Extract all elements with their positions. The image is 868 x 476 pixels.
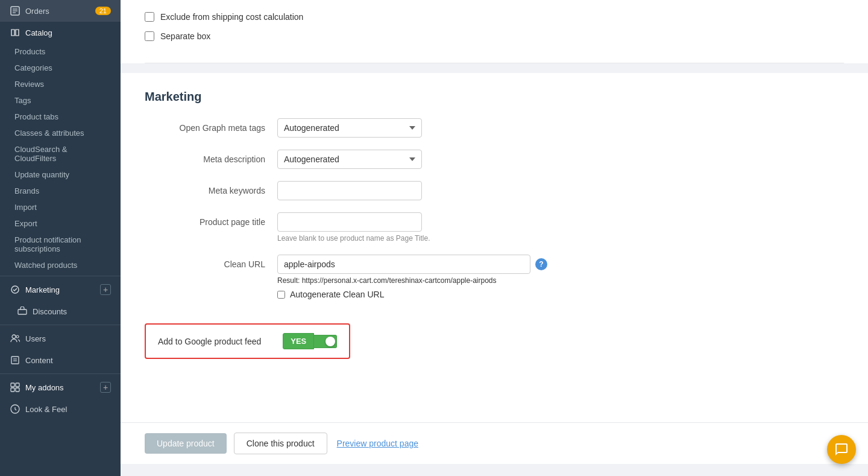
- sidebar-item-content[interactable]: Content: [0, 349, 121, 371]
- sidebar: Orders 21 Catalog Products Categories Re…: [0, 0, 121, 476]
- bottom-toolbar: Update product Clone this product Previe…: [121, 422, 868, 464]
- marketing-label: Marketing: [25, 285, 60, 294]
- clone-product-button[interactable]: Clone this product: [234, 433, 327, 454]
- autogen-clean-url-row: Autogenerate Clean URL: [277, 290, 579, 299]
- open-graph-label: Open Graph meta tags: [145, 118, 265, 133]
- sidebar-item-classes-attributes[interactable]: Classes & attributes: [10, 125, 121, 141]
- clean-url-result: Result: https://personal.x-cart.com/tere…: [277, 276, 579, 285]
- autogen-clean-url-label: Autogenerate Clean URL: [290, 290, 384, 299]
- sidebar-item-look-feel[interactable]: Look & Feel: [0, 398, 121, 420]
- clean-url-control: ? Result: https://personal.x-cart.com/te…: [277, 255, 579, 299]
- meta-desc-select[interactable]: Autogenerated Custom: [277, 150, 422, 169]
- svg-rect-13: [11, 388, 14, 392]
- sidebar-item-product-tabs[interactable]: Product tabs: [10, 109, 121, 125]
- exclude-shipping-label: Exclude from shipping cost calculation: [160, 12, 303, 22]
- marketing-title: Marketing: [145, 73, 844, 118]
- separate-box-row: Separate box: [145, 31, 844, 41]
- clean-url-row: Clean URL ? Result: https://personal.x-c…: [145, 255, 844, 299]
- sidebar-item-import[interactable]: Import: [10, 199, 121, 215]
- product-tabs-label: Product tabs: [14, 112, 58, 121]
- meta-keywords-label: Meta keywords: [145, 181, 265, 195]
- catalog-icon: [10, 27, 20, 38]
- sidebar-item-update-quantity[interactable]: Update quantity: [10, 167, 121, 183]
- orders-label: Orders: [25, 7, 49, 16]
- product-notification-label: Product notification subscriptions: [14, 235, 111, 253]
- clean-url-label: Clean URL: [145, 255, 265, 269]
- catalog-submenu: Products Categories Reviews Tags Product…: [0, 43, 121, 273]
- google-feed-slider[interactable]: [314, 335, 337, 348]
- svg-rect-14: [16, 388, 19, 392]
- marketing-icon: [10, 284, 20, 295]
- clean-url-input-row: ?: [277, 255, 579, 274]
- open-graph-row: Open Graph meta tags Autogenerated Custo…: [145, 118, 844, 138]
- autogen-clean-url-checkbox[interactable]: [277, 291, 285, 299]
- separate-box-checkbox[interactable]: [145, 31, 154, 41]
- product-page-title-input[interactable]: [277, 212, 422, 232]
- addons-plus-icon[interactable]: +: [100, 382, 111, 393]
- sidebar-item-discounts[interactable]: Discounts: [0, 300, 121, 322]
- separate-box-label: Separate box: [160, 31, 210, 41]
- sidebar-item-reviews[interactable]: Reviews: [10, 76, 121, 92]
- sidebar-item-orders[interactable]: Orders 21: [0, 0, 121, 22]
- svg-rect-8: [11, 357, 19, 364]
- catalog-label: Catalog: [25, 28, 52, 37]
- meta-desc-label: Meta description: [145, 150, 265, 164]
- clean-url-input[interactable]: [277, 255, 530, 274]
- sidebar-item-export[interactable]: Export: [10, 215, 121, 232]
- users-label: Users: [25, 334, 46, 343]
- look-feel-icon: [10, 404, 20, 414]
- brands-label: Brands: [14, 186, 39, 195]
- toggle-knob: [326, 337, 335, 346]
- meta-keywords-row: Meta keywords: [145, 181, 844, 200]
- product-page-title-label: Product page title: [145, 212, 265, 227]
- chat-icon: [834, 442, 849, 457]
- classes-attributes-label: Classes & attributes: [14, 129, 84, 138]
- sidebar-item-categories[interactable]: Categories: [10, 60, 121, 76]
- sidebar-item-users[interactable]: Users: [0, 328, 121, 349]
- clean-url-result-prefix: Result:: [277, 276, 302, 285]
- tags-label: Tags: [14, 96, 31, 105]
- product-page-title-control: Leave blank to use product name as Page …: [277, 212, 579, 243]
- sidebar-item-product-notification[interactable]: Product notification subscriptions: [10, 232, 121, 257]
- content-area: Exclude from shipping cost calculation S…: [121, 0, 868, 422]
- clean-url-help-icon[interactable]: ?: [535, 258, 547, 270]
- marketing-section: Marketing Open Graph meta tags Autogener…: [145, 73, 844, 369]
- watched-products-label: Watched products: [14, 261, 77, 270]
- svg-rect-12: [16, 383, 19, 387]
- sidebar-item-tags[interactable]: Tags: [10, 92, 121, 109]
- open-graph-control: Autogenerated Custom: [277, 118, 579, 138]
- meta-desc-row: Meta description Autogenerated Custom: [145, 150, 844, 169]
- google-feed-toggle[interactable]: YES: [283, 333, 337, 349]
- chat-button[interactable]: [827, 435, 856, 464]
- sidebar-marketing-header[interactable]: Marketing +: [0, 279, 121, 300]
- orders-icon: [10, 5, 20, 16]
- addons-icon: [10, 382, 20, 393]
- content-label: Content: [25, 356, 53, 365]
- sidebar-item-brands[interactable]: Brands: [10, 183, 121, 199]
- preview-product-button[interactable]: Preview product page: [335, 433, 421, 454]
- google-feed-yes-label: YES: [283, 333, 314, 349]
- sidebar-catalog-header[interactable]: Catalog: [0, 22, 121, 43]
- meta-keywords-input[interactable]: [277, 181, 422, 200]
- update-product-button[interactable]: Update product: [145, 433, 227, 454]
- discounts-label: Discounts: [33, 307, 67, 316]
- content-icon: [10, 355, 20, 366]
- sidebar-item-cloudsearch[interactable]: CloudSearch & CloudFilters: [10, 141, 121, 167]
- google-feed-section: Add to Google product feed YES: [145, 314, 844, 369]
- orders-badge: 21: [95, 7, 111, 15]
- sidebar-item-products[interactable]: Products: [10, 43, 121, 60]
- reviews-label: Reviews: [14, 80, 44, 89]
- sidebar-my-addons-header[interactable]: My addons +: [0, 376, 121, 398]
- marketing-plus-icon[interactable]: +: [100, 284, 111, 295]
- discounts-icon: [17, 306, 28, 317]
- meta-keywords-control: [277, 181, 579, 200]
- cloudsearch-label: CloudSearch & CloudFilters: [14, 145, 111, 163]
- open-graph-select[interactable]: Autogenerated Custom: [277, 118, 422, 138]
- google-feed-label: Add to Google product feed: [158, 337, 261, 346]
- exclude-shipping-checkbox[interactable]: [145, 12, 154, 22]
- product-page-title-row: Product page title Leave blank to use pr…: [145, 212, 844, 243]
- product-page-title-hint: Leave blank to use product name as Page …: [277, 234, 579, 243]
- google-feed-row: Add to Google product feed YES: [145, 323, 350, 359]
- sidebar-item-watched-products[interactable]: Watched products: [10, 257, 121, 273]
- section-separator: [121, 63, 868, 73]
